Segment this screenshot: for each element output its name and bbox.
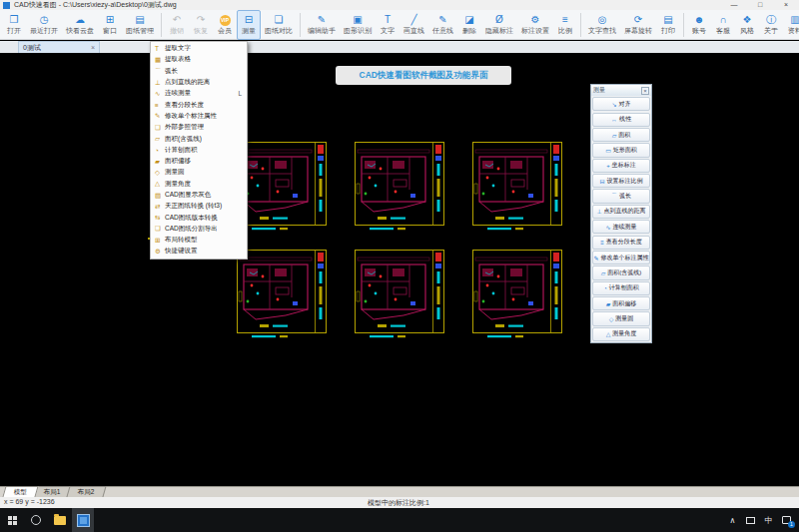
toolbar-button-undo[interactable]: ↶撤销 [165,10,189,40]
action-center-icon[interactable]: 1 [782,514,791,526]
panel-item[interactable]: ⊟设置标注比例 [592,174,650,188]
menu-item-label: 计算刨面积 [165,146,198,155]
menu-item[interactable]: ▰面积偏移 [151,156,247,167]
notification-badge: 1 [788,521,795,528]
menu-item[interactable]: ◔计算刨面积 [151,145,247,156]
sheet-tab-model[interactable]: 模型 [2,486,38,497]
panel-item[interactable]: ▰面积偏移 [592,296,650,310]
toolbar-button-open-folder[interactable]: ❐打开 [2,10,26,40]
panel-item-icon: ⊥ [596,208,601,215]
print-icon: ▤ [663,14,672,26]
toolbar-button-cloud-drive[interactable]: ☁快看云盘 [62,10,98,40]
maximize-button[interactable]: □ [747,0,773,10]
minimize-button[interactable]: — [721,0,747,10]
menu-item[interactable]: ⇆CAD图纸版本转换 [151,212,247,223]
tab-close-icon[interactable]: × [91,44,95,51]
search-button[interactable] [24,508,48,532]
toolbar-button-label: 隐藏标注 [485,26,513,35]
panel-item[interactable]: ▱面积 [592,128,650,142]
panel-close-button[interactable]: × [641,87,649,95]
menu-item[interactable]: ✎修改单个标注属性 [151,111,247,122]
cad-app-taskbar-button[interactable] [72,508,94,532]
close-button[interactable]: × [773,0,799,10]
menu-item[interactable]: ⌒弧长 [151,66,247,77]
toolbar-button-text[interactable]: T文字 [376,10,400,40]
toolbar-button-support-headset[interactable]: ∩客服 [711,10,735,40]
toolbar-button-vip-member[interactable]: VIP会员 [213,10,237,40]
toolbar-button-edit-assistant[interactable]: ✎编辑助手 [304,10,340,40]
toolbar-button-redo[interactable]: ↷恢复 [189,10,213,40]
menu-item[interactable]: ⇄天正图纸转换 (转t3) [151,201,247,212]
menu-item[interactable]: ∿连续测量L [151,88,247,99]
toolbar-button-drawing-manager[interactable]: ▤图纸管理 [122,10,158,40]
ime-chinese-indicator[interactable]: 中 [764,514,773,526]
toolbar-button-text-search[interactable]: ◎文字查找 [584,10,620,40]
toolbar-button-eraser[interactable]: ◪删除 [457,10,481,40]
toolbar-button-drawing-compare[interactable]: ❏图纸对比 [261,10,297,40]
toolbar-button-measure[interactable]: ⊟测量 [237,10,261,40]
panel-item-label: 坐标标注 [612,161,636,170]
sheet-tab-layout2[interactable]: 布局2 [66,486,106,497]
panel-item[interactable]: +坐标标注 [592,159,650,173]
menu-item[interactable]: ▨CAD图显示灰色 [151,190,247,201]
panel-item[interactable]: ▱面积(含弧线) [592,266,650,279]
toolbar-button-screen-rotate[interactable]: ⟳屏幕旋转 [620,10,656,40]
toolbar-button-style[interactable]: ❖风格 [735,10,759,40]
toolbar-button-scale[interactable]: ≡比例 [553,10,577,40]
panel-item[interactable]: ✎修改单个标注属性 [592,251,650,265]
toolbar-button-print[interactable]: ▤打印 [656,10,680,40]
menu-item[interactable]: ≡查看分段长度 [151,99,247,110]
toolbar-button-label: 屏幕旋转 [624,26,652,35]
menu-item[interactable]: ◇测量圆 [151,167,247,178]
panel-item[interactable]: ⌒弧长 [592,189,650,203]
menu-item[interactable]: ⚙快捷键设置 [151,246,247,257]
panel-item[interactable]: ⊥点到直线的距离 [592,205,650,219]
panel-item[interactable]: ↔线性 [592,113,650,127]
titlebar: CAD快速看图 - C:\Users\xiezy-a\Desktop\0测试.d… [0,0,799,10]
toolbar-button-annotation-settings[interactable]: ⚙标注设置 [517,10,553,40]
panel-item[interactable]: ↘对齐 [592,97,650,111]
cad-sheet [230,248,334,339]
panel-item-label: 对齐 [619,100,631,109]
toolbar-button-window[interactable]: ⊞窗口 [98,10,122,40]
panel-item[interactable]: ▭矩形面积 [592,143,650,157]
toolbar-button-about-info[interactable]: ⓘ关于 [759,10,783,40]
panel-item[interactable]: △测量角度 [592,327,650,341]
menu-item-label: CAD图纸分割导出 [165,225,218,234]
menu-item[interactable]: ❏外部参照管理 [151,122,247,133]
panel-item[interactable]: ∿连续测量 [592,220,650,234]
windows-logo-icon [8,516,17,525]
menu-item-label: 点到直线的距离 [165,78,211,87]
menu-item[interactable]: ⊥点到直线的距离 [151,77,247,88]
toolbar-button-recent-open[interactable]: ◷最近打开 [26,10,62,40]
toolbar-button-account[interactable]: ☻账号 [687,10,711,40]
document-tab[interactable]: 0测试× [18,41,100,53]
toolbar-button-freehand-line[interactable]: ✎任意线 [428,10,457,40]
menu-item-label: 快捷键设置 [165,247,198,256]
toolbar-button-hide-annotations[interactable]: Ø隐藏标注 [481,10,517,40]
drawing-canvas[interactable]: CAD快速看图软件截图及功能界面 [0,53,799,486]
display-network-icon[interactable] [746,514,755,526]
file-explorer-button[interactable] [48,508,72,532]
toolbar-button-shape-recognition[interactable]: ▣图形识别 [340,10,376,40]
start-button[interactable] [0,508,24,532]
measure-panel-items: ↘对齐↔线性▱面积▭矩形面积+坐标标注⊟设置标注比例⌒弧长⊥点到直线的距离∿连续… [591,97,651,341]
display-icon-shape [746,517,755,524]
toolbar-button-materials[interactable]: ▥资料 [783,10,799,40]
menu-item-icon: ✎ [155,112,165,120]
menu-item[interactable]: △测量角度 [151,179,247,190]
menu-item[interactable]: ▱面积(含弧线) [151,133,247,144]
toolbar-separator [161,13,162,37]
menu-item[interactable]: ❏CAD图纸分割导出 [151,224,247,235]
menu-item[interactable]: T提取文字 [151,43,247,54]
toolbar-button-label: 最近打开 [30,26,58,35]
menu-item[interactable]: ⊞布局转模型 [151,235,247,246]
measure-panel-header[interactable]: 测量 × [591,85,651,96]
menu-item-icon: ⊞ [155,237,165,245]
panel-item[interactable]: ≡查看分段长度 [592,236,650,250]
menu-item[interactable]: ▦提取表格 [151,54,247,65]
tray-expand-icon[interactable]: ∧ [728,514,737,526]
panel-item[interactable]: ◇测量圆 [592,311,650,325]
panel-item[interactable]: ◔计算刨面积 [592,281,650,295]
toolbar-button-draw-line[interactable]: ╱画直线 [400,10,428,40]
